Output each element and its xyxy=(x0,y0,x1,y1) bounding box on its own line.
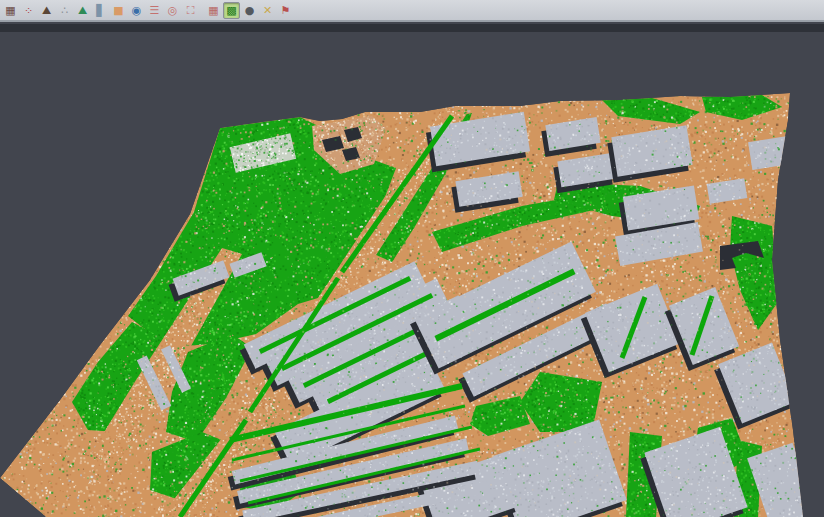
layers-red-icon[interactable]: ☰ xyxy=(146,2,163,19)
grid-red-icon[interactable]: ▦ xyxy=(205,2,222,19)
measure-icon[interactable]: ✕ xyxy=(259,2,276,19)
toolbar: ▦⁘⛰∴⛰▋■◉☰◎⛶▦▩●✕⚑ xyxy=(0,0,824,22)
selection-bounds-icon[interactable]: ⛶ xyxy=(182,2,199,19)
ortho-square-icon[interactable]: ■ xyxy=(110,2,127,19)
flag-red-icon[interactable]: ⚑ xyxy=(277,2,294,19)
globe-icon[interactable]: ◉ xyxy=(128,2,145,19)
classify-points-icon[interactable]: ⁘ xyxy=(20,2,37,19)
raster-mosaic-icon[interactable]: ▦ xyxy=(2,2,19,19)
sphere-dark-icon[interactable]: ● xyxy=(241,2,258,19)
side-panel-icon[interactable]: ▋ xyxy=(92,2,109,19)
sparse-points-icon[interactable]: ∴ xyxy=(56,2,73,19)
point-cloud-3d-viewport[interactable] xyxy=(0,0,824,517)
terrain-dark-icon[interactable]: ⛰ xyxy=(38,2,55,19)
circle-select-icon[interactable]: ◎ xyxy=(164,2,181,19)
app-window: ▦⁘⛰∴⛰▋■◉☰◎⛶▦▩●✕⚑ xyxy=(0,0,824,517)
terrain-green-icon[interactable]: ⛰ xyxy=(74,2,91,19)
viewport-top-border xyxy=(0,24,824,32)
classified-map-icon[interactable]: ▩ xyxy=(223,2,240,19)
